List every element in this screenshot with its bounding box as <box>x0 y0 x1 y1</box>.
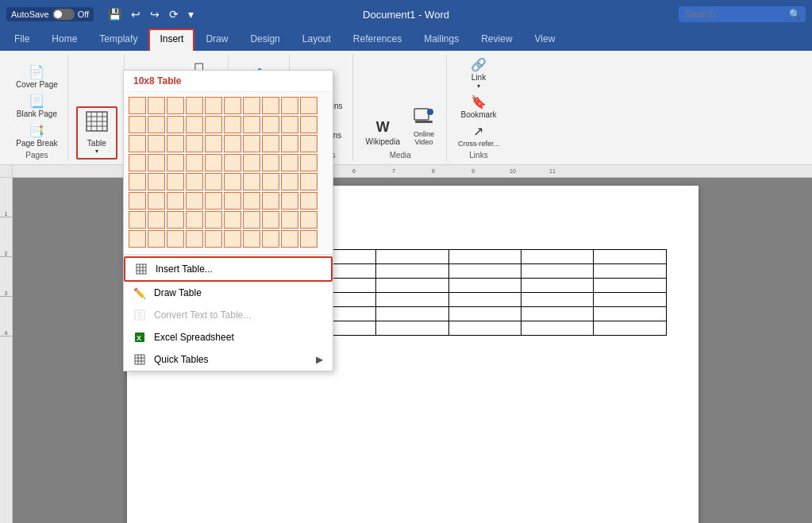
table-grid-cell[interactable] <box>300 211 317 229</box>
table-grid-cell[interactable] <box>148 173 165 190</box>
tab-file[interactable]: File <box>3 29 40 51</box>
table-grid-cell[interactable] <box>129 173 146 190</box>
table-grid-cell[interactable] <box>186 230 203 248</box>
table-grid-cell[interactable] <box>167 173 184 190</box>
table-grid-cell[interactable] <box>205 173 222 190</box>
save-button[interactable]: 💾 <box>105 6 125 22</box>
bookmark-button[interactable]: 🔖 Bookmark <box>455 93 502 121</box>
table-grid-cell[interactable] <box>224 135 241 152</box>
table-grid-cell[interactable] <box>281 154 298 171</box>
table-grid-cell[interactable] <box>224 230 241 248</box>
table-grid-cell[interactable] <box>281 192 298 210</box>
wikipedia-button[interactable]: W Wikipedia <box>361 116 405 149</box>
table-grid-container[interactable] <box>124 92 333 252</box>
table-grid-cell[interactable] <box>186 211 203 229</box>
table-grid-cell[interactable] <box>300 192 317 210</box>
table-grid-cell[interactable] <box>300 230 317 248</box>
tab-design[interactable]: Design <box>239 29 291 51</box>
table-grid-cell[interactable] <box>243 97 260 114</box>
table-grid-cell[interactable] <box>167 116 184 133</box>
table-grid-cell[interactable] <box>224 97 241 114</box>
table-grid-cell[interactable] <box>129 192 146 210</box>
table-grid-cell[interactable] <box>262 230 279 248</box>
table-grid-cell[interactable] <box>167 230 184 248</box>
table-grid-cell[interactable] <box>129 230 146 248</box>
table-grid-cell[interactable] <box>205 230 222 248</box>
table-grid-cell[interactable] <box>129 211 146 229</box>
table-grid-cell[interactable] <box>300 97 317 114</box>
table-grid-cell[interactable] <box>224 192 241 210</box>
table-grid-cell[interactable] <box>205 192 222 210</box>
cross-ref-button[interactable]: ↗ Cross-refer... <box>455 122 502 149</box>
table-grid-cell[interactable] <box>129 116 146 133</box>
table-grid-cell[interactable] <box>281 116 298 133</box>
table-grid-cell[interactable] <box>243 154 260 171</box>
quick-tables-item[interactable]: Quick Tables ▶ <box>124 348 333 371</box>
table-grid-cell[interactable] <box>167 211 184 229</box>
table-grid-cell[interactable] <box>262 173 279 190</box>
table-grid-cell[interactable] <box>148 135 165 152</box>
table-grid-cell[interactable] <box>224 211 241 229</box>
search-wrap[interactable]: 🔍 <box>679 6 806 22</box>
table-grid-cell[interactable] <box>186 135 203 152</box>
table-grid-cell[interactable] <box>262 97 279 114</box>
table-grid-cell[interactable] <box>243 116 260 133</box>
autosave-badge[interactable]: AutoSave Off <box>6 7 94 21</box>
link-button[interactable]: 🔗 Link ▾ <box>455 56 502 91</box>
table-grid-cell[interactable] <box>167 97 184 114</box>
table-grid-cell[interactable] <box>129 135 146 152</box>
search-input[interactable] <box>679 6 806 22</box>
table-grid-cell[interactable] <box>148 192 165 210</box>
table-grid-cell[interactable] <box>205 135 222 152</box>
autosave-toggle[interactable] <box>52 9 75 20</box>
table-grid-cell[interactable] <box>243 135 260 152</box>
table-grid-cell[interactable] <box>186 173 203 190</box>
tab-draw[interactable]: Draw <box>194 29 239 51</box>
table-grid-cell[interactable] <box>205 116 222 133</box>
table-grid-cell[interactable] <box>300 173 317 190</box>
tab-view[interactable]: View <box>524 29 567 51</box>
table-grid-cell[interactable] <box>148 154 165 171</box>
blank-page-button[interactable]: 📃 Blank Page <box>13 92 61 120</box>
tab-review[interactable]: Review <box>470 29 523 51</box>
table-grid-cell[interactable] <box>186 97 203 114</box>
table-grid-cell[interactable] <box>281 230 298 248</box>
tab-references[interactable]: References <box>342 29 413 51</box>
table-grid-cell[interactable] <box>243 211 260 229</box>
table-grid-cell[interactable] <box>224 116 241 133</box>
page-break-button[interactable]: 📑 Page Break <box>13 121 61 149</box>
table-grid[interactable] <box>129 97 328 248</box>
cover-page-button[interactable]: 📄 Cover Page <box>13 63 61 90</box>
table-grid-cell[interactable] <box>129 97 146 114</box>
draw-table-item[interactable]: ✏️ Draw Table <box>124 282 333 304</box>
table-grid-cell[interactable] <box>224 173 241 190</box>
table-grid-cell[interactable] <box>148 230 165 248</box>
tab-templafy[interactable]: Templafy <box>88 29 148 51</box>
table-grid-cell[interactable] <box>281 97 298 114</box>
table-grid-cell[interactable] <box>205 97 222 114</box>
table-grid-cell[interactable] <box>186 154 203 171</box>
table-grid-cell[interactable] <box>281 135 298 152</box>
table-grid-cell[interactable] <box>167 192 184 210</box>
table-grid-cell[interactable] <box>243 173 260 190</box>
table-grid-cell[interactable] <box>243 192 260 210</box>
excel-spreadsheet-item[interactable]: X Excel Spreadsheet <box>124 326 333 348</box>
table-grid-cell[interactable] <box>148 97 165 114</box>
table-grid-cell[interactable] <box>281 211 298 229</box>
table-grid-cell[interactable] <box>262 192 279 210</box>
table-grid-cell[interactable] <box>300 116 317 133</box>
redo-button[interactable]: ↪ <box>147 6 163 22</box>
table-grid-cell[interactable] <box>300 135 317 152</box>
insert-table-item[interactable]: Insert Table... <box>124 256 333 282</box>
table-grid-cell[interactable] <box>224 154 241 171</box>
table-grid-cell[interactable] <box>281 173 298 190</box>
more-button[interactable]: ▾ <box>185 6 197 22</box>
table-grid-cell[interactable] <box>186 116 203 133</box>
table-grid-cell[interactable] <box>186 192 203 210</box>
table-grid-cell[interactable] <box>167 154 184 171</box>
table-grid-cell[interactable] <box>262 116 279 133</box>
table-grid-cell[interactable] <box>262 135 279 152</box>
table-grid-cell[interactable] <box>148 211 165 229</box>
table-grid-cell[interactable] <box>205 154 222 171</box>
online-video-button[interactable]: Online Video <box>408 103 440 149</box>
